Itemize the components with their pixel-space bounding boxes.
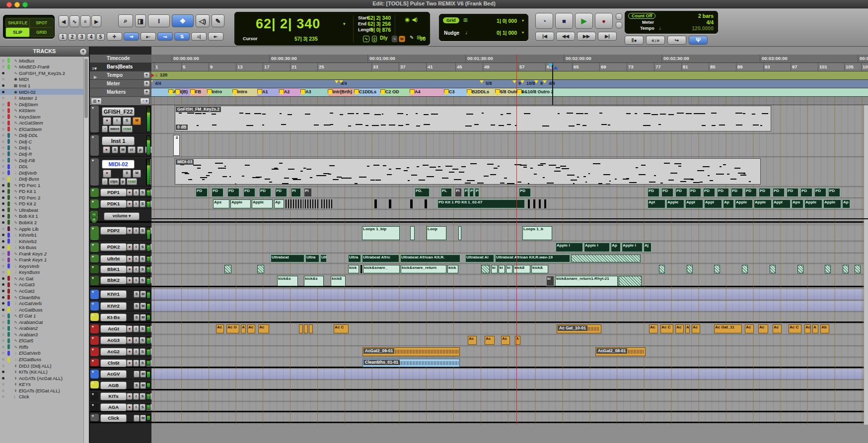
tracks-menu-icon[interactable]: ▾ (79, 48, 87, 56)
track-show-dot[interactable] (2, 296, 4, 299)
track-show-dot[interactable] (2, 309, 4, 311)
track-show-dot[interactable] (2, 265, 4, 267)
track-name-plate[interactable]: KtVr1 (100, 290, 127, 298)
marker-label[interactable]: A2 (284, 89, 290, 94)
marker-label[interactable]: FB (195, 89, 201, 94)
clip[interactable]: Pl (455, 188, 462, 197)
input-monitor-button[interactable]: I (133, 277, 139, 284)
clip[interactable]: Ultrabeat Afric (362, 254, 399, 262)
clip[interactable]: kick&snare_return1-Rhyt-21 (555, 276, 618, 286)
track-list-item[interactable]: ↓DDL (0, 163, 84, 170)
track-collapse-tab[interactable]: ▾ (90, 243, 99, 252)
track-list-item[interactable]: ∿PD Perc 1 (0, 182, 84, 189)
meter-ruler[interactable]: 4/44/45/8910/894/4 (151, 80, 868, 88)
ruler-name-tempo[interactable]: ▶Tempo+ (90, 71, 151, 80)
track-list-item[interactable]: ↓KitVerb1 (0, 232, 84, 238)
clip[interactable] (257, 265, 264, 273)
clip[interactable]: Ac G (226, 324, 239, 333)
track-show-dot[interactable] (2, 221, 4, 224)
track-name-plate[interactable]: AcG2 (100, 348, 127, 356)
track-lane-inst1[interactable] (151, 134, 868, 157)
clip[interactable]: Ac (501, 336, 510, 345)
mode-spot-button[interactable]: SPOT (29, 18, 54, 28)
record-arm-button[interactable]: ● (127, 360, 133, 367)
solo-button[interactable]: S (134, 382, 140, 389)
track-show-dot[interactable] (2, 128, 4, 130)
track-name-plate[interactable]: KtVr2 (100, 302, 127, 310)
track-show-dot[interactable] (2, 321, 4, 323)
read-button[interactable]: read (127, 178, 138, 185)
rewind-button[interactable]: ◀◀ (556, 32, 575, 41)
clip[interactable]: PD (689, 188, 701, 197)
solo-button[interactable]: S (140, 227, 145, 234)
clip[interactable]: PD (703, 188, 715, 197)
track-list-item[interactable]: ∿Arabian2 (0, 325, 84, 332)
edit-link-button-2[interactable]: ⇥ (124, 32, 139, 41)
track-collapse-tab[interactable]: ▾ (90, 392, 99, 400)
selector-tool[interactable]: I (148, 14, 170, 27)
clip[interactable]: PD (759, 188, 771, 197)
tempo-ruler[interactable]: ♩120 (151, 71, 868, 80)
clip[interactable]: AcGat2_09-01 (362, 347, 460, 356)
grabber-tool[interactable]: ✥ (172, 14, 194, 27)
clip[interactable] (321, 199, 332, 208)
clip[interactable]: AcGat2_08-01 (595, 347, 646, 356)
p-button[interactable]: p (137, 146, 144, 153)
meter-event-icon[interactable] (520, 80, 524, 83)
clip[interactable]: PD (196, 188, 208, 197)
count-off-value[interactable]: 2 bars (698, 13, 714, 19)
clip[interactable] (374, 199, 377, 208)
track-collapse-tab[interactable]: ▾ (90, 290, 99, 299)
solo-button[interactable]: S (134, 291, 140, 298)
record-arm-button[interactable]: ● (127, 227, 133, 234)
go-to-end-button[interactable]: ▶| (598, 32, 617, 41)
clip[interactable]: Ac (692, 324, 700, 333)
read-button[interactable]: read (122, 126, 133, 132)
clip[interactable]: PD (661, 188, 673, 197)
conductor-button[interactable]: Ψ (689, 36, 708, 45)
input-monitor-button[interactable]: I (133, 189, 139, 196)
track-lane-acg2[interactable] (151, 347, 868, 357)
solo-button[interactable]: S (140, 277, 145, 284)
clip[interactable]: Ultrabeat African Kit.R.wav-19 (495, 254, 570, 262)
clip[interactable] (544, 199, 546, 208)
track-list-item[interactable]: ∿MixBus (0, 58, 84, 64)
clip[interactable]: PD (828, 188, 840, 197)
track-collapse-tab[interactable]: ▾ (90, 381, 99, 388)
track-name-plate[interactable]: BbK2 (100, 276, 127, 284)
clip[interactable]: Ac C (334, 324, 349, 333)
track-show-dot[interactable] (2, 97, 4, 99)
clip[interactable]: Ap (611, 243, 621, 252)
record-arm-button[interactable]: ● (127, 277, 133, 284)
clip[interactable]: kick (348, 265, 359, 273)
automation-lane-selector[interactable]: volume ▾ (104, 212, 140, 220)
marker-label[interactable]: 9&10/8 Outro 2 (522, 89, 554, 94)
chevron-down-icon[interactable]: ▾ (343, 21, 346, 26)
clip[interactable]: Ac (773, 324, 782, 333)
track-list-item[interactable]: ΣMaster 1 (0, 95, 84, 101)
markers-ruler[interactable]: AI(B)FBIntroIntroA1A2A3Intr(Brth)C1DDLsC… (151, 88, 868, 97)
track-lane-vol[interactable] (151, 210, 868, 223)
solo-button[interactable]: S (134, 371, 140, 378)
track-show-dot[interactable] (2, 109, 4, 112)
track-show-dot[interactable] (2, 240, 4, 243)
clip[interactable]: Ac (758, 324, 768, 333)
clip[interactable]: PD (731, 188, 743, 197)
meter-event-label[interactable]: 10/8 (526, 81, 535, 86)
track-collapse-tab[interactable]: ▾ (90, 313, 99, 321)
clip[interactable] (481, 265, 490, 273)
track-list-item[interactable]: ∿PD Perc 2 (0, 194, 84, 201)
count-off-toggle[interactable]: Count Off (628, 13, 655, 19)
track-show-dot[interactable] (2, 228, 4, 230)
content-scrollbar[interactable] (864, 105, 868, 425)
input-monitor-button[interactable]: I (133, 266, 139, 273)
solo-button[interactable]: S (140, 244, 145, 251)
track-list-item[interactable]: ◉MIDI-02 (0, 89, 84, 95)
track-show-dot[interactable] (2, 283, 4, 286)
clip[interactable] (539, 199, 541, 208)
track-lane-bbk2[interactable] (151, 275, 868, 287)
track-list-item[interactable]: ∿GoFISH_FM_Key2s.2 (0, 70, 84, 76)
meter-event-icon[interactable] (480, 80, 484, 83)
track-show-dot[interactable] (2, 339, 4, 342)
mute-button[interactable]: M (140, 303, 146, 310)
